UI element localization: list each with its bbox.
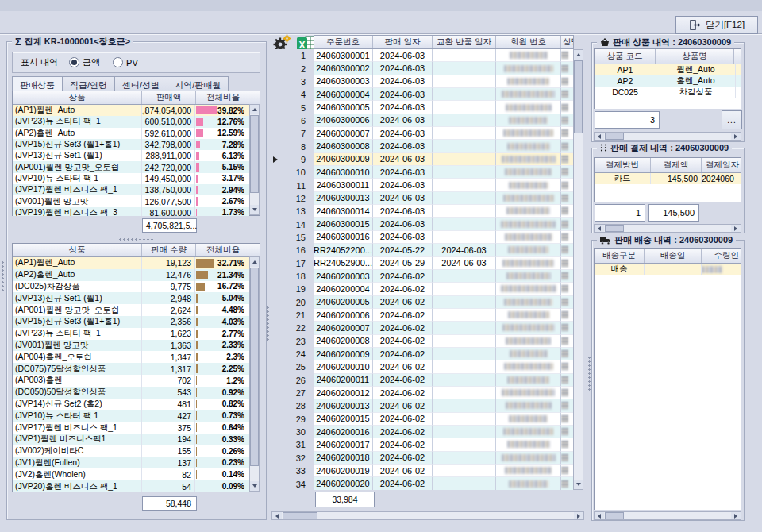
table-row[interactable]: (DC075)75달성할인상품 1,317 2.25% [13,363,249,375]
col-product-code[interactable]: 상품 코드 [595,49,656,64]
table-row[interactable]: (JV2)홀렌(Wholen) 82 0.14% [13,468,249,480]
scroll-left-button[interactable] [595,512,604,519]
col-member-no[interactable]: 회원 번호 [496,36,561,48]
order-row[interactable]: 12 24060300013 2024-06-03 [270,192,573,205]
col-product-name[interactable]: 상품명 [656,49,734,64]
table-row[interactable]: (JVP19)퓔렌 비즈니스 팩_3 81,600,000 1.73% [13,207,249,216]
col-payment-amount[interactable]: 결제액 [651,158,702,172]
table-row[interactable]: 배송 [595,264,741,275]
table-row[interactable]: (JVP13)신규 Set1 (퓔1) 288,911,000 6.13% [13,150,249,161]
order-row[interactable]: 29 24060200015 2024-06-02 [270,413,573,426]
scroll-down-button[interactable] [574,480,583,489]
table-row[interactable]: (JVP23)뉴 스타터 팩_1 1,623 2.77% [13,328,249,340]
table-row[interactable]: AP2 홀렌_Auto [595,75,741,87]
table-row[interactable]: (JVP20)홀렌 비즈니스 팩_1 54 0.09% [13,480,249,492]
scroll-thumb[interactable] [250,268,259,466]
order-row[interactable]: 26 24060200011 2024-06-02 [270,374,573,387]
order-row[interactable]: 25 24060200010 2024-06-02 [270,360,573,373]
table-row[interactable]: (JV001)퓔렌 망고맛 1,363 2.33% [13,340,249,352]
table-row[interactable]: (AP1)퓔렌_Auto 1,874,054,000 39.82% [13,105,249,116]
orders-grid-hscrollbar[interactable] [271,511,584,520]
col-payment-method[interactable]: 결제방법 [595,158,651,172]
col-delivery-date[interactable]: 배송일 [645,249,702,263]
table-row[interactable]: (JVP14)신규 Set2 (홀2) 481 0.82% [13,399,249,411]
qty-col-value[interactable]: 판매 수량 [142,244,196,256]
order-row[interactable]: 31 24060200017 2024-06-02 [270,438,573,451]
table-row[interactable]: (JVP1)퓔렌 비즈니스팩1 194 0.33% [13,434,249,445]
more-button[interactable]: ... [722,110,742,129]
product-count-field[interactable]: 3 [595,111,660,129]
col-product-extra[interactable] [734,49,741,64]
col-sale-date[interactable]: 판매 일자 [373,36,433,48]
payment-hscrollbar[interactable] [594,224,741,233]
order-row[interactable]: 17 RR24052900... 2024-05-29 2024-06-03 [270,257,573,270]
col-delivery-type[interactable]: 배송구분 [595,249,645,263]
scroll-up-button[interactable] [574,50,583,60]
table-row[interactable]: (JVP15)신규 Set3 (퓔1+홀1) 2,356 4.03% [13,316,249,328]
order-row[interactable]: 27 24060200012 2024-06-02 [270,387,573,399]
order-row[interactable]: 9 24060300009 2024-06-03 [270,153,573,166]
order-row[interactable]: 28 24060200013 2024-06-02 [270,399,573,412]
table-row[interactable]: (JVP17)퓔렌 비즈니스 팩_1 375 0.64% [13,422,249,434]
quantity-table-scrollbar[interactable] [249,256,260,492]
scroll-thumb[interactable] [605,133,624,140]
table-row[interactable]: (JVP23)뉴 스타터 팩_1 600,510,000 12.76% [13,116,249,127]
order-row[interactable]: 24 24060200009 2024-06-02 [270,348,573,360]
order-row[interactable]: 20 24060200005 2024-06-02 [270,296,573,309]
amount-col-product[interactable]: 상품 [13,91,142,104]
order-row[interactable]: 2 24060300002 2024-06-03 [270,62,573,75]
order-row[interactable]: 7 24060300007 2024-06-03 [270,127,573,140]
col-receiver[interactable]: 수령인 [702,249,741,263]
scroll-thumb[interactable] [283,512,318,519]
table-row[interactable]: (AP1)퓔렌_Auto 19,123 32.71% [13,257,249,269]
table-row[interactable]: (JVP10)뉴 스타터 팩 1 149,450,000 3.17% [13,173,249,184]
order-row[interactable]: 21 24060200006 2024-06-02 [270,309,573,322]
table-row[interactable]: (JVP10)뉴 스타터 팩 1 427 0.73% [13,410,249,422]
order-row[interactable]: 18 24060200003 2024-06-02 [270,270,573,283]
qty-col-product[interactable]: 상품 [13,244,142,256]
order-row[interactable]: 19 24060200004 2024-06-02 [270,283,573,295]
order-row[interactable]: 3 24060300003 2024-06-03 [270,75,573,88]
amount-table-scrollbar[interactable] [249,104,260,215]
scroll-right-button[interactable] [731,133,741,140]
col-name[interactable]: 성명 [561,36,573,48]
order-row[interactable]: 4 24060300004 2024-06-03 [270,88,573,101]
order-row[interactable]: 34 24060200020 2024-06-02 [270,477,573,490]
payment-count-field[interactable]: 1 [595,204,645,222]
table-row[interactable]: (AP001)퓔렌 망고맛_오토쉽 2,624 4.48% [13,304,249,316]
table-row[interactable]: (JVP15)신규 Set3 (퓔1+홀1) 342,798,000 7.28% [13,139,249,150]
table-row[interactable]: DC025 차감상품 [595,87,741,98]
close-button[interactable]: 닫기[F12] [675,16,758,34]
order-row[interactable]: 30 24060200016 2024-06-02 [270,426,573,438]
table-row[interactable]: (AP003)홀렌 702 1.2% [13,375,249,387]
scroll-thumb[interactable] [605,225,624,232]
table-row[interactable]: (JV1)퓔렌(Fullen) 137 0.23% [13,457,249,469]
scroll-thumb[interactable] [250,115,259,193]
delivery-hscrollbar[interactable] [594,511,741,520]
col-payment-date[interactable]: 결제일자 [702,158,741,172]
table-row[interactable]: (AP001)퓔렌 망고맛_오토쉽 242,720,000 5.15% [13,161,249,172]
amount-col-ratio[interactable]: 전체비율 [196,91,250,104]
scroll-up-button[interactable] [250,105,259,114]
left-edge-splitter[interactable] [1,260,5,292]
scroll-left-button[interactable] [272,512,282,519]
order-row[interactable]: 23 24060200008 2024-06-02 [270,335,573,348]
table-row[interactable]: (JVP17)퓔렌 비즈니스 팩_1 138,750,000 2.94% [13,184,249,195]
order-row[interactable]: 8 24060300008 2024-06-03 [270,140,573,152]
order-row[interactable]: 32 24060200018 2024-06-02 [270,452,573,465]
scroll-thumb[interactable] [605,512,624,519]
table-row[interactable]: (AP2)홀렌_Auto 12,476 21.34% [13,269,249,281]
order-row[interactable]: 13 24060300014 2024-06-03 [270,205,573,218]
table-row[interactable]: (AP2)홀렌_Auto 592,610,000 12.59% [13,128,249,139]
order-row[interactable]: 1 24060300001 2024-06-03 [270,49,573,62]
order-row[interactable]: 5 24060300005 2024-06-03 [270,101,573,114]
panel-splitter-horizontal[interactable] [118,237,154,241]
table-row[interactable]: (DC025)차감상품 9,775 16.72% [13,281,249,293]
table-row[interactable]: (DC050)50달성할인상품 543 0.92% [13,387,249,399]
orders-grid-vscrollbar[interactable] [573,49,583,490]
order-row[interactable]: 14 24060300015 2024-06-03 [270,218,573,230]
order-row[interactable]: 15 24060300016 2024-06-03 [270,231,573,244]
table-row[interactable]: (AP004)홀렌_오토쉽 1,347 2.3% [13,351,249,363]
table-row[interactable]: (JVP13)신규 Set1 (퓔1) 2,948 5.04% [13,292,249,304]
scroll-thumb[interactable] [574,60,583,133]
